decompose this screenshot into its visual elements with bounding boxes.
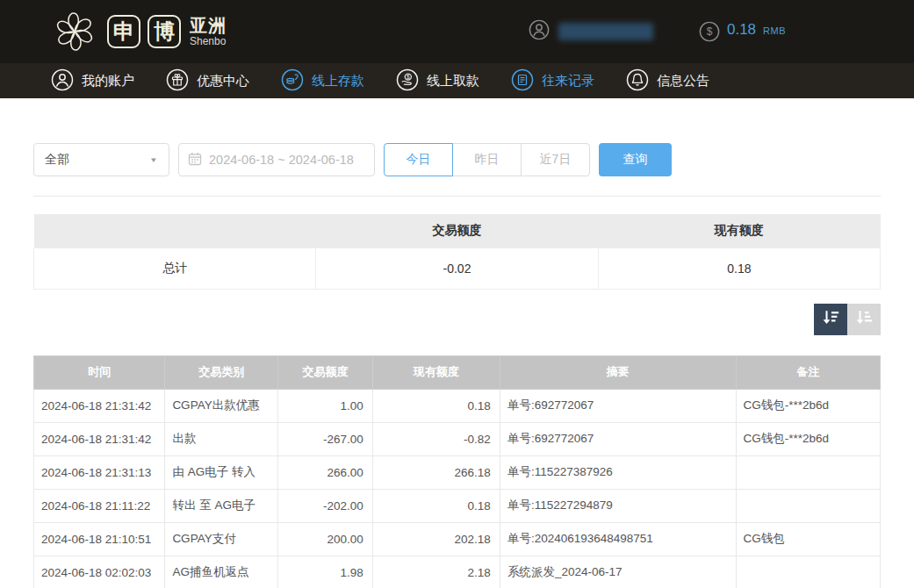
cell-current-balance: 202.18 [372, 522, 500, 556]
nav-label: 往来记录 [542, 73, 594, 90]
bell-icon [626, 68, 649, 94]
nav-label: 信息公告 [657, 73, 709, 90]
logo-char-shen: 申 [107, 15, 140, 48]
date-range-input[interactable]: 2024-06-18 ~ 2024-06-18 [178, 143, 375, 176]
cell-summary: 单号:115227387926 [500, 455, 736, 489]
section-divider [33, 196, 881, 197]
cell-transaction-amount: 266.00 [278, 455, 372, 489]
table-row: 2024-06-18 21:31:13 由 AG电子 转入 266.00 266… [34, 455, 881, 489]
sort-ascending-button[interactable] [847, 304, 881, 335]
nav-item-promotions[interactable]: 优惠中心 [166, 68, 249, 94]
cell-remark: CG钱包 [736, 522, 880, 556]
table-row: 2024-06-18 21:31:42 CGPAY出款优惠 1.00 0.18 … [34, 389, 881, 422]
balance-currency: RMB [763, 25, 786, 36]
type-select-value: 全部 [45, 152, 69, 168]
table-row: 2024-06-18 21:11:22 转出 至 AG电子 -202.00 0.… [34, 489, 881, 522]
cell-remark [736, 489, 880, 522]
cell-type: 转出 至 AG电子 [165, 489, 278, 522]
cell-time: 2024-06-18 21:11:22 [34, 489, 165, 522]
cell-transaction-amount: 1.00 [278, 389, 372, 422]
cell-time: 2024-06-18 02:02:03 [34, 556, 165, 588]
col-header-current-balance: 现有额度 [372, 355, 500, 389]
calendar-icon [188, 152, 202, 169]
table-row: 2024-06-18 21:10:51 CGPAY支付 200.00 202.1… [34, 522, 881, 556]
cell-transaction-amount: -267.00 [278, 422, 372, 455]
cell-remark [736, 556, 880, 588]
transactions-table: 时间 交易类别 交易额度 现有额度 摘要 备注 2024-06-18 21:31… [33, 355, 881, 588]
user-icon [51, 68, 74, 94]
username-redacted [558, 23, 653, 40]
cell-transaction-amount: -202.00 [278, 489, 372, 522]
cell-type: CGPAY支付 [165, 522, 278, 556]
summary-table: 交易额度 现有额度 总计 -0.02 0.18 [33, 214, 881, 290]
cell-current-balance: 2.18 [372, 556, 500, 588]
flower-logo-icon [49, 6, 100, 57]
date-range-value: 2024-06-18 ~ 2024-06-18 [209, 153, 354, 167]
svg-text:$: $ [707, 25, 713, 38]
sort-descending-button[interactable] [814, 304, 847, 335]
col-header-transaction-amount: 交易额度 [278, 355, 372, 389]
deposit-icon [281, 68, 304, 94]
nav-item-my-account[interactable]: 我的账户 [51, 68, 134, 94]
summary-header-transaction-amount: 交易额度 [316, 214, 598, 247]
logo-char-bo: 博 [148, 15, 181, 48]
sort-descending-icon [821, 308, 840, 331]
col-header-remark: 备注 [736, 355, 880, 389]
cell-time: 2024-06-18 21:31:42 [34, 422, 165, 455]
last7days-button[interactable]: 近7日 [521, 143, 590, 176]
cell-time: 2024-06-18 21:31:42 [34, 389, 165, 422]
cell-type: 出款 [165, 422, 278, 455]
cell-time: 2024-06-18 21:10:51 [34, 522, 165, 556]
cell-current-balance: 266.18 [372, 455, 500, 489]
cell-type: AG捕鱼机返点 [165, 556, 278, 588]
logo-subtitle-text: Shenbo [190, 36, 227, 47]
nav-item-online-deposit[interactable]: 线上存款 [281, 68, 364, 94]
quick-date-button-group: 今日 昨日 近7日 [384, 143, 590, 176]
cell-type: 由 AG电子 转入 [165, 455, 278, 489]
header-right: $ 0.18 RMB [529, 19, 914, 44]
nav-label: 线上取款 [427, 73, 479, 90]
nav-label: 线上存款 [312, 73, 364, 90]
table-header-row: 时间 交易类别 交易额度 现有额度 摘要 备注 [34, 355, 881, 389]
nav-item-online-withdraw[interactable]: $ 线上取款 [396, 68, 479, 94]
logo-suffix: 亚洲 Shenbo [190, 17, 227, 47]
table-row: 2024-06-18 02:02:03 AG捕鱼机返点 1.98 2.18 系统… [34, 556, 881, 588]
cell-transaction-amount: 1.98 [278, 556, 372, 588]
sort-controls [33, 304, 881, 335]
nav-item-announcements[interactable]: 信息公告 [626, 68, 709, 94]
nav-label: 我的账户 [82, 73, 134, 90]
balance-amount: 0.18 [727, 21, 756, 39]
type-select[interactable]: 全部 ▼ [33, 143, 169, 176]
user-avatar-icon [529, 19, 550, 44]
yesterday-button[interactable]: 昨日 [452, 143, 522, 176]
table-row: 2024-06-18 21:31:42 出款 -267.00 -0.82 单号:… [34, 422, 881, 455]
cell-summary: 单号:692772067 [500, 422, 736, 455]
filter-bar: 全部 ▼ 2024-06-18 ~ 2024-06-18 今日 昨日 近7日 查… [33, 143, 881, 176]
chevron-down-icon: ▼ [149, 156, 158, 164]
gift-icon [166, 68, 189, 94]
summary-header-empty [34, 214, 316, 247]
nav-label: 优惠中心 [197, 73, 249, 90]
balance-display[interactable]: $ 0.18 RMB [699, 21, 786, 42]
brand-logo[interactable]: 申 博 亚洲 Shenbo [49, 6, 227, 57]
cell-current-balance: 0.18 [372, 489, 500, 522]
top-header: 申 博 亚洲 Shenbo $ 0.18 [0, 0, 914, 63]
records-icon [511, 68, 534, 94]
main-nav: 我的账户 优惠中心 线上存款 [0, 63, 914, 98]
cell-remark [736, 455, 880, 489]
sort-ascending-icon [854, 308, 874, 331]
today-button[interactable]: 今日 [384, 143, 453, 176]
cell-summary: 单号:202406193648498751 [500, 522, 736, 556]
user-account[interactable] [529, 19, 653, 44]
summary-header-row: 交易额度 现有额度 [34, 214, 881, 247]
svg-text:$: $ [407, 73, 410, 79]
col-header-type: 交易类别 [165, 355, 278, 389]
nav-item-transaction-records[interactable]: 往来记录 [511, 68, 594, 94]
withdraw-icon: $ [396, 68, 419, 94]
main-content: 全部 ▼ 2024-06-18 ~ 2024-06-18 今日 昨日 近7日 查… [0, 143, 914, 588]
col-header-summary: 摘要 [500, 355, 736, 389]
search-button[interactable]: 查询 [599, 143, 672, 176]
summary-total-transaction-amount: -0.02 [316, 247, 598, 289]
cell-remark: CG钱包-***2b6d [736, 389, 880, 422]
summary-total-label: 总计 [34, 247, 316, 289]
